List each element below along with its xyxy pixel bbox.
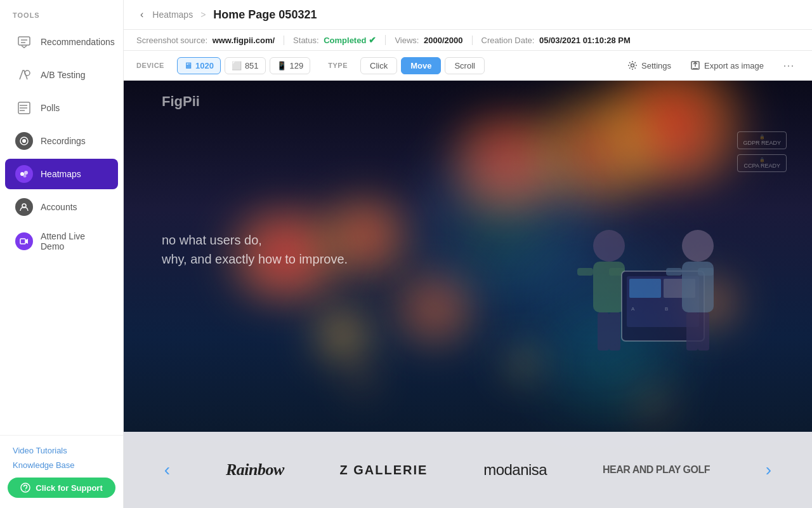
back-button[interactable]: ‹ [136,8,147,22]
sidebar-item-label: A/B Testing [41,70,86,80]
page-header: ‹ Heatmaps > Home Page 050321 [124,0,812,30]
sidebar-item-polls[interactable]: Polls [5,93,118,123]
screenshot-source: Screenshot source: www.figpii.com/ [136,36,284,45]
status-value: Completed [324,36,366,45]
svg-point-20 [631,64,634,67]
gdpr-badge: 🔒 GDPR READY [737,131,787,149]
svg-point-12 [22,139,26,143]
sidebar-item-label: Accounts [41,202,77,212]
brand-golf: HEAR AND PLAY GOLF [603,464,710,476]
brands-next-arrow[interactable]: › [766,460,771,480]
illustration-characters: A B [558,208,749,430]
brand-zgallerie: Z GALLERIE [340,463,428,478]
sidebar: TOOLS Recommendations A/B Testing Polls … [0,0,124,508]
settings-icon [627,60,638,70]
settings-label: Settings [641,61,671,70]
type-click-button[interactable]: Click [360,57,397,74]
polls-icon [15,99,33,117]
svg-rect-31 [629,279,661,298]
toolbar: DEVICE 🖥 1020 ⬜ 851 📱 129 TYPE Click Mov… [124,51,812,81]
views-item: Views: 2000/2000 [386,36,472,45]
breadcrumb-separator: > [200,10,206,20]
creation-date-value: 05/03/2021 01:10:28 PM [539,36,631,45]
svg-rect-17 [20,239,25,244]
brand-rainbow: Rainbow [226,460,284,479]
type-move-button[interactable]: Move [401,57,441,74]
svg-point-19 [25,490,26,491]
hero-text-line2: why, and exactly how to improve. [162,250,348,269]
sidebar-item-accounts[interactable]: Accounts [5,192,118,222]
scroll-label: Scroll [454,61,475,70]
hero-text-line1: no what users do, [162,231,348,250]
device-desktop-button[interactable]: 🖥 1020 [177,57,221,74]
accounts-icon [15,198,33,216]
svg-point-9 [20,107,21,109]
mobile-count: 129 [290,61,304,70]
device-group: 🖥 1020 ⬜ 851 📱 129 [177,57,310,74]
sidebar-item-recommendations[interactable]: Recommendations [5,27,118,57]
sidebar-item-label: Attend Live Demo [41,231,108,251]
svg-rect-27 [598,312,609,351]
svg-rect-37 [666,268,682,276]
sidebar-item-ab-testing[interactable]: A/B Testing [5,60,118,90]
breadcrumb: Heatmaps [152,10,193,20]
click-label: Click [370,61,388,70]
settings-button[interactable]: Settings [622,58,676,73]
heatmap-container: FigPii no what users do, why, and exactl… [124,81,812,508]
more-options-button[interactable]: ⋯ [778,56,799,75]
screenshot-url: www.figpii.com/ [213,36,275,45]
brands-prev-arrow[interactable]: ‹ [164,460,170,480]
ab-testing-icon [15,66,33,84]
figpii-watermark: FigPii [162,93,200,110]
sidebar-item-label: Heatmaps [41,169,81,179]
svg-point-23 [593,230,625,262]
export-button[interactable]: Export as image [685,58,769,73]
svg-rect-25 [577,268,593,276]
tools-label: TOOLS [0,0,123,25]
heatmap-canvas: FigPii no what users do, why, and exactl… [124,81,812,508]
tablet-count: 851 [245,61,259,70]
sidebar-item-label: Recommendations [41,37,115,47]
svg-point-15 [23,175,27,178]
knowledge-base-link[interactable]: Knowledge Base [8,458,115,472]
views-value: 2000/2000 [424,36,462,45]
svg-text:B: B [665,306,668,312]
sidebar-item-attend-live-demo[interactable]: Attend Live Demo [5,225,118,258]
attend-live-demo-icon [15,232,33,250]
support-button-label: Click for Support [36,483,102,493]
creation-date-item: Creation Date: 05/03/2021 01:10:28 PM [473,36,639,45]
ccpa-badge: 🔒 CCPA READY [737,154,787,172]
sidebar-bottom: Video Tutorials Knowledge Base Click for… [0,435,123,508]
device-mobile-button[interactable]: 📱 129 [270,57,311,74]
device-tablet-button[interactable]: ⬜ 851 [225,57,266,74]
svg-rect-39 [686,312,698,351]
type-scroll-button[interactable]: Scroll [445,57,485,74]
sidebar-item-heatmaps[interactable]: Heatmaps [5,159,118,189]
recordings-icon [15,132,33,150]
export-icon [690,60,700,70]
svg-point-14 [24,171,28,175]
svg-rect-28 [609,312,620,351]
svg-point-8 [20,105,21,106]
tablet-icon: ⬜ [232,61,242,70]
svg-rect-38 [698,268,714,276]
heatmaps-icon [15,165,33,183]
svg-rect-40 [698,312,709,351]
desktop-count: 1020 [195,61,214,70]
svg-point-18 [21,483,30,492]
brands-bar: ‹ Rainbow Z GALLERIE modanisa HEAR AND P… [124,432,812,508]
hero-text: no what users do, why, and exactly how t… [162,231,348,269]
sidebar-item-label: Recordings [41,136,86,146]
svg-point-10 [20,110,21,111]
sidebar-item-recordings[interactable]: Recordings [5,126,118,156]
svg-point-35 [682,230,714,262]
support-button[interactable]: Click for Support [8,478,115,498]
status-badge: Completed ✔ [324,35,376,45]
svg-rect-0 [18,37,30,45]
page-title: Home Page 050321 [213,8,317,22]
mobile-icon: 📱 [277,61,287,70]
video-tutorials-link[interactable]: Video Tutorials [8,443,115,458]
check-icon: ✔ [369,35,376,45]
compliance-badges: 🔒 GDPR READY 🔒 CCPA READY [737,131,787,172]
status-item: Status: Completed ✔ [284,35,386,45]
